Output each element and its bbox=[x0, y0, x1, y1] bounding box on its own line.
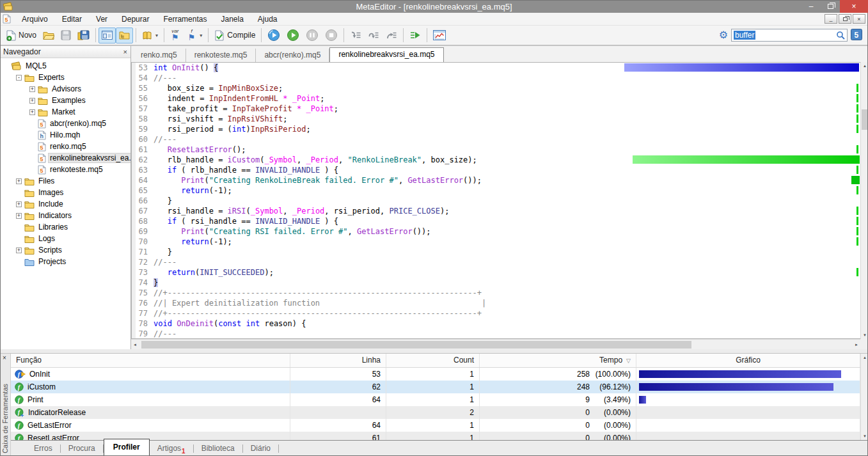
code-line[interactable]: 54//--- bbox=[132, 73, 860, 83]
editor-tab-abcr-renko-mq5[interactable]: abcr(renko).mq5 bbox=[256, 49, 329, 62]
code-line[interactable]: 61 ResetLastError(); bbox=[132, 145, 860, 155]
stop-button[interactable] bbox=[322, 28, 341, 43]
editor-vertical-scrollbar[interactable]: ▲ ▼ bbox=[860, 62, 868, 339]
child-close-button[interactable]: × bbox=[853, 14, 865, 24]
open-chart-button[interactable] bbox=[430, 28, 449, 43]
menu-arquivo[interactable]: Arquivo bbox=[15, 13, 55, 25]
compile-button[interactable]: Compile bbox=[211, 28, 258, 43]
save-all-button[interactable] bbox=[74, 28, 93, 43]
menu-ferramentas[interactable]: Ferramentas bbox=[156, 13, 214, 25]
step-into-button[interactable] bbox=[347, 28, 365, 43]
code-line[interactable]: 75//+-----------------------------------… bbox=[132, 288, 860, 298]
start-debug-button[interactable] bbox=[264, 28, 283, 43]
tree-item-projects[interactable]: Projects bbox=[0, 256, 130, 267]
code-line[interactable]: 68 if ( rsi_handle == INVALID_HANDLE ) { bbox=[132, 216, 860, 226]
tree-item-include[interactable]: +Include bbox=[0, 198, 130, 210]
tree-item-advisors[interactable]: +Advisors bbox=[0, 83, 130, 95]
tree-item-renkoteste-mq5[interactable]: 5renkoteste.mq5 bbox=[0, 164, 130, 175]
menu-ajuda[interactable]: Ajuda bbox=[251, 13, 285, 25]
mql5-community-button[interactable]: 5 bbox=[851, 29, 862, 42]
watch-function-button[interactable]: f⚑ ▾ bbox=[184, 28, 206, 43]
expander-icon[interactable]: + bbox=[16, 201, 22, 207]
code-line[interactable]: 71 } bbox=[132, 247, 860, 257]
tree-item-renkolinebreakvsrsi-ea-m[interactable]: 5renkolinebreakvsrsi_ea.m bbox=[0, 152, 130, 164]
scroll-right-icon[interactable]: ► bbox=[853, 341, 860, 349]
tree-item-scripts[interactable]: +Scripts bbox=[0, 244, 130, 256]
snippets-button[interactable]: ▾ bbox=[139, 28, 161, 43]
column-header-tempo[interactable]: Tempo▽ bbox=[480, 354, 636, 367]
open-file-button[interactable] bbox=[40, 28, 58, 43]
column-header-linha[interactable]: Linha bbox=[290, 354, 386, 367]
profiler-row-icustom[interactable]: fiCustom621248(96.12%) bbox=[11, 381, 860, 393]
tree-item-hilo-mqh[interactable]: hHilo.mqh bbox=[0, 129, 130, 141]
expander-icon[interactable]: + bbox=[29, 86, 35, 92]
code-line[interactable]: 74} bbox=[132, 278, 860, 288]
code-line[interactable]: 56 indent = InpIndentFromHL * _Point; bbox=[132, 93, 860, 104]
code-line[interactable]: 57 take_profit = InpTakeProfit * _Point; bbox=[132, 104, 860, 114]
tree-item-abcr-renko-mq5[interactable]: 5abcr(renko).mq5 bbox=[0, 118, 130, 129]
expander-icon[interactable]: + bbox=[29, 109, 35, 115]
menu-editar[interactable]: Editar bbox=[55, 13, 89, 25]
code-line[interactable]: 78void OnDeinit(const int reason) { bbox=[132, 318, 860, 329]
child-restore-button[interactable] bbox=[839, 14, 851, 24]
save-button[interactable] bbox=[58, 28, 74, 43]
scroll-up-icon[interactable]: ▲ bbox=[861, 62, 868, 70]
code-line[interactable]: 73 return(INIT_SUCCEEDED); bbox=[132, 267, 860, 278]
tree-item-mql5[interactable]: MQL5 bbox=[0, 60, 130, 72]
code-line[interactable]: 72//--- bbox=[132, 257, 860, 267]
code-line[interactable]: 77//+-----------------------------------… bbox=[132, 308, 860, 318]
toolbox-tab-profiler[interactable]: Profiler bbox=[104, 439, 150, 455]
code-line[interactable]: 63 if ( rlb_handle == INVALID_HANDLE ) { bbox=[132, 165, 860, 175]
code-line[interactable]: 59 rsi_period = (int)InpRsiPeriod; bbox=[132, 124, 860, 134]
menu-ver[interactable]: Ver bbox=[89, 13, 114, 25]
profiler-row-getlasterror[interactable]: fGetLastError6410(0.00%) bbox=[11, 419, 860, 432]
code-line[interactable]: 67 rsi_handle = iRSI(_Symbol, _Period, r… bbox=[132, 206, 860, 216]
toggle-toolbox-button[interactable] bbox=[116, 28, 133, 43]
toolbox-tab-erros[interactable]: Erros bbox=[26, 442, 60, 455]
profiler-row-print[interactable]: fPrint6419(3.49%) bbox=[11, 393, 860, 406]
menu-janela[interactable]: Janela bbox=[214, 13, 250, 25]
search-input[interactable]: buffer bbox=[731, 29, 848, 42]
tree-item-libraries[interactable]: Libraries bbox=[0, 221, 130, 233]
search-icon[interactable] bbox=[836, 31, 845, 40]
code-line[interactable]: 65 return(-1); bbox=[132, 185, 860, 196]
column-header-grafico[interactable]: Gráfico bbox=[636, 354, 860, 367]
settings-gear-icon[interactable]: ⚙ bbox=[719, 30, 728, 40]
profiler-row-oninit[interactable]: fOnInit531258(100.00%) bbox=[11, 368, 860, 381]
scrollbar-thumb[interactable] bbox=[862, 109, 867, 130]
tree-item-files[interactable]: +Files bbox=[0, 175, 130, 187]
tree-item-examples[interactable]: +Examples bbox=[0, 95, 130, 106]
scroll-down-icon[interactable]: ▼ bbox=[861, 432, 868, 440]
code-line[interactable]: 55 box_size = InpMinBoxSize; bbox=[132, 83, 860, 93]
expander-icon[interactable]: + bbox=[16, 213, 22, 219]
code-line[interactable]: 70 return(-1); bbox=[132, 237, 860, 247]
tree-item-experts[interactable]: -Experts bbox=[0, 72, 130, 83]
new-file-button[interactable]: Novo bbox=[3, 28, 40, 43]
toolbox-close-icon[interactable]: × bbox=[3, 354, 6, 361]
tree-item-indicators[interactable]: +Indicators bbox=[0, 210, 130, 221]
code-line[interactable]: 64 Print("Creating RenkoLineBreak failed… bbox=[132, 175, 860, 185]
expander-icon[interactable]: + bbox=[29, 98, 35, 104]
scrollbar-thumb[interactable] bbox=[141, 341, 691, 349]
toolbox-tab-artigos[interactable]: Artigos1 bbox=[150, 442, 193, 455]
menu-depurar[interactable]: Depurar bbox=[114, 13, 156, 25]
toolbox-tab-procura[interactable]: Procura bbox=[61, 442, 103, 455]
restore-button[interactable] bbox=[821, 0, 840, 13]
code-line[interactable]: 76//| Expert deinitialization function | bbox=[132, 298, 860, 308]
editor-tab-renkoteste-mq5[interactable]: renkoteste.mq5 bbox=[186, 49, 256, 62]
column-header-funcao[interactable]: Função bbox=[11, 354, 290, 367]
column-header-count[interactable]: Count bbox=[386, 354, 480, 367]
step-out-button[interactable] bbox=[383, 28, 400, 43]
toolbox-tab-diario[interactable]: Diário bbox=[243, 442, 278, 455]
child-minimize-button[interactable]: – bbox=[825, 14, 837, 24]
minimize-button[interactable]: – bbox=[801, 0, 821, 13]
code-line[interactable]: 79//--- bbox=[132, 329, 860, 339]
code-editor[interactable]: 53int OnInit() {54//---55 box_size = Inp… bbox=[131, 62, 860, 339]
panel-splitter[interactable] bbox=[0, 349, 868, 354]
editor-tab-renko-mq5[interactable]: renko.mq5 bbox=[132, 49, 186, 62]
continue-button[interactable] bbox=[283, 28, 303, 43]
scroll-left-icon[interactable]: ◄ bbox=[131, 341, 139, 349]
profiler-row-indicatorrelease[interactable]: f+IndicatorRelease20(0.00%) bbox=[11, 406, 860, 419]
tree-item-images[interactable]: Images bbox=[0, 187, 130, 198]
expander-icon[interactable]: - bbox=[16, 75, 22, 81]
